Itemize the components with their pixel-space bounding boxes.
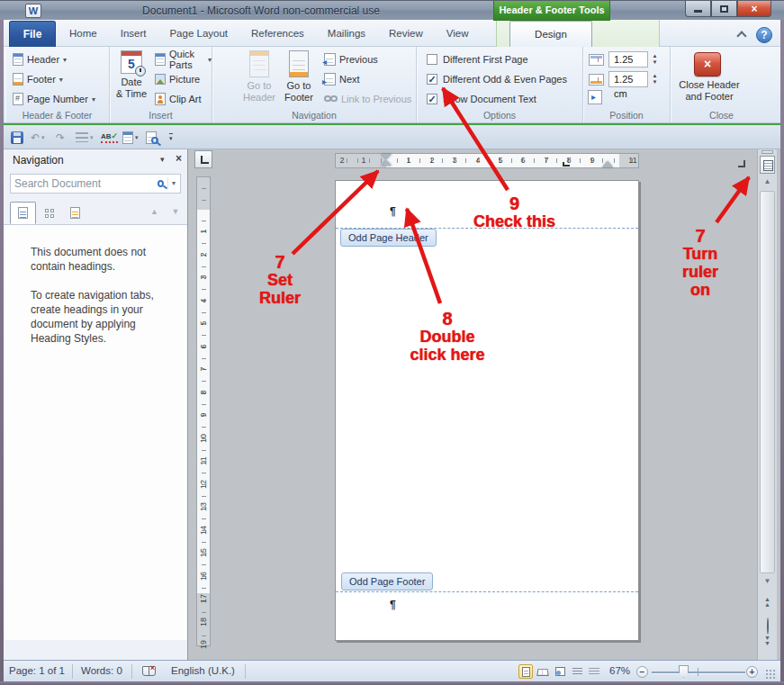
clip-art-button[interactable]: Clip Art (155, 92, 201, 106)
indent-marker[interactable] (380, 154, 392, 167)
search-input[interactable] (11, 177, 158, 190)
footer-from-bottom-field[interactable]: 1.25 cm (608, 71, 648, 87)
document-page[interactable]: ¶ Odd Page Header Odd Page Footer ¶ (335, 180, 639, 641)
ruler-number: 12 (199, 480, 208, 489)
ribbon-tab[interactable]: Review (377, 21, 435, 47)
view-ruler-toggle-button[interactable] (760, 156, 775, 174)
zoom-in-button[interactable]: + (746, 666, 758, 678)
header-from-top-spinner[interactable]: ▲▼ (650, 51, 660, 68)
group-insert: 5 Date & Time Quick Parts ▾ Picture Clip… (110, 47, 212, 122)
tab-browse-headings[interactable] (10, 202, 36, 224)
web-layout-button[interactable] (553, 664, 567, 679)
draft-view-button[interactable] (587, 664, 601, 679)
footer-pilcrow: ¶ (390, 599, 396, 611)
minimize-ribbon-icon[interactable] (738, 32, 745, 40)
option-row[interactable]: Different First Page (427, 53, 528, 66)
ribbon-tab[interactable]: References (239, 21, 316, 47)
date-time-button[interactable]: 5 Date & Time (112, 50, 151, 100)
option-row[interactable]: ✓Show Document Text (427, 93, 536, 105)
ribbon-tab[interactable]: Insert (109, 21, 158, 47)
next-button[interactable]: ▸ Next (324, 72, 360, 86)
tab-browse-results[interactable] (62, 202, 88, 224)
new-document-button[interactable]: ▾ (122, 130, 139, 145)
undo-button[interactable]: ↶▾ (31, 130, 45, 145)
close-x-icon: × (704, 57, 711, 71)
ribbon-tab[interactable]: View (435, 21, 481, 47)
search-options-icon[interactable]: ▾ (167, 177, 180, 190)
picture-button[interactable]: Picture (155, 72, 200, 86)
close-button[interactable]: × (737, 1, 771, 17)
annotation-turn-ruler: 7 Turn ruler on (664, 227, 736, 299)
ribbon-tab[interactable]: Home (58, 21, 109, 47)
ribbon-tab[interactable]: Page Layout (158, 21, 239, 47)
checkbox[interactable] (427, 54, 437, 65)
insert-alignment-tab-button[interactable] (588, 90, 602, 104)
split-window-handle[interactable] (761, 150, 773, 154)
navigation-pane-close-icon[interactable]: × (176, 152, 182, 165)
scrollbar-track[interactable] (760, 191, 775, 573)
chevron-down-icon: ▾ (41, 134, 45, 141)
tab-browse-pages[interactable] (36, 202, 62, 224)
redo-button[interactable]: ↷ (56, 130, 65, 145)
scroll-down-icon[interactable]: ▼ (758, 577, 777, 585)
horizontal-ruler[interactable]: 2112345678911 (335, 153, 639, 168)
zoom-slider-handle[interactable] (679, 665, 689, 678)
save-button[interactable] (11, 130, 23, 145)
footer-button[interactable]: Footer ▾ (13, 72, 63, 86)
checkbox[interactable]: ✓ (427, 74, 437, 85)
minimize-button[interactable] (685, 1, 711, 17)
titlebar[interactable]: W Document1 - Microsoft Word non-commerc… (0, 0, 784, 20)
search-icon[interactable] (158, 180, 164, 187)
header-button[interactable]: Header ▾ (13, 52, 67, 67)
center-tab-stop-icon[interactable] (563, 162, 570, 167)
scroll-up-icon[interactable]: ▲ (758, 177, 777, 185)
customize-qat-button[interactable]: ▾ (169, 130, 173, 145)
full-screen-reading-button[interactable] (536, 664, 550, 679)
ribbon-tab[interactable]: Mailings (316, 21, 377, 47)
navigation-pane-menu-icon[interactable]: ▾ (160, 155, 165, 164)
next-page-button[interactable]: ▼▼ (758, 635, 777, 646)
first-line-indent-icon[interactable] (381, 154, 392, 159)
right-indent-icon[interactable] (602, 161, 613, 167)
vertical-ruler[interactable]: 12345678910111213141516171819 (196, 176, 211, 646)
resize-grip[interactable] (765, 669, 776, 680)
go-to-footer-button[interactable]: Go to Footer (279, 50, 319, 104)
group-label: Position (583, 110, 670, 121)
outline-view-button[interactable] (570, 664, 584, 679)
search-box[interactable]: ▾ (10, 174, 181, 194)
checkbox[interactable]: ✓ (427, 94, 437, 104)
close-header-footer-button[interactable]: × (694, 52, 721, 77)
language-indicator[interactable]: English (U.K.) (171, 665, 235, 676)
print-layout-view-button[interactable] (518, 664, 533, 679)
tab-stop-selector[interactable] (194, 150, 212, 168)
paragraph-tool-button[interactable]: ▾ (76, 130, 94, 145)
ruler-number: 1 (199, 227, 208, 236)
header-from-top-field[interactable]: 1.25 cm (608, 51, 648, 68)
word-count[interactable]: Words: 0 (81, 665, 122, 676)
proofing-status-icon[interactable] (142, 666, 156, 676)
ruler-number: 15 (199, 548, 208, 557)
result-navigation-arrows[interactable]: ▲ ▼ (150, 207, 185, 216)
navigation-pane: Navigation ▾ × ▾ ▲ ▼ This document does … (4, 149, 188, 660)
zoom-level[interactable]: 67% (609, 665, 630, 676)
page-number-button[interactable]: Page Number ▾ (13, 92, 95, 106)
tab-design-active[interactable]: Design (509, 21, 592, 48)
print-preview-button[interactable] (146, 130, 158, 145)
previous-button[interactable]: ◂ Previous (324, 52, 378, 67)
select-browse-object-button[interactable] (758, 618, 777, 635)
vertical-scrollbar[interactable]: ▲ ▼ ▲▲ ▼▼ (757, 149, 777, 660)
tab-file[interactable]: File (9, 21, 56, 47)
spelling-grammar-button[interactable]: AB✓ (101, 130, 118, 145)
status-bar: Page: 1 of 1 Words: 0 English (U.K.) 67%… (0, 660, 784, 681)
option-row[interactable]: ✓Different Odd & Even Pages (427, 73, 567, 86)
scrollbar-thumb[interactable] (761, 192, 774, 572)
footer-from-bottom-spinner[interactable]: ▲▼ (650, 71, 660, 87)
previous-page-button[interactable]: ▲▲ (758, 597, 777, 608)
page-indicator[interactable]: Page: 1 of 1 (9, 665, 65, 676)
help-button[interactable]: ? (756, 27, 772, 43)
quick-parts-button[interactable]: Quick Parts ▾ (155, 52, 212, 67)
hanging-indent-icon[interactable] (381, 160, 392, 166)
maximize-button[interactable] (711, 1, 737, 17)
zoom-out-button[interactable]: − (636, 666, 648, 678)
zoom-slider-track[interactable] (652, 671, 745, 673)
